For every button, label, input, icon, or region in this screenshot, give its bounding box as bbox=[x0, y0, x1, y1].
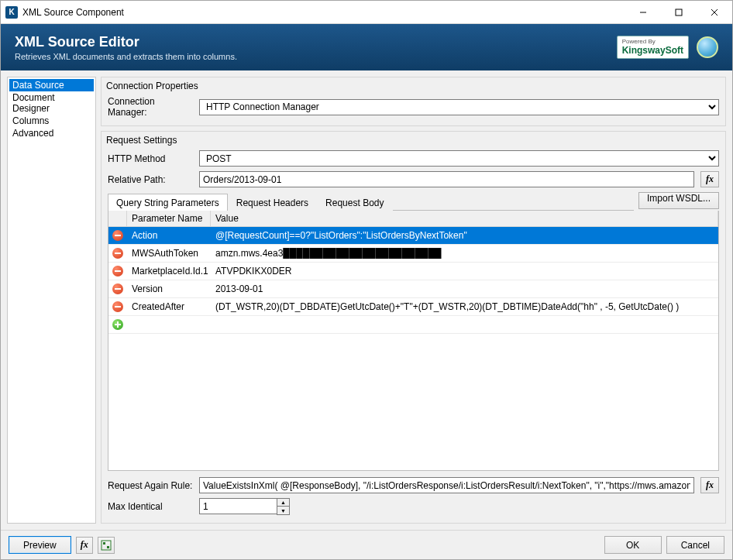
ok-button[interactable]: OK bbox=[604, 536, 662, 554]
maximize-button[interactable] bbox=[661, 1, 697, 23]
close-button[interactable] bbox=[697, 1, 732, 23]
sidebar-item-columns[interactable]: Columns bbox=[9, 115, 94, 127]
grid-header-value: Value bbox=[211, 211, 718, 226]
cancel-button[interactable]: Cancel bbox=[666, 536, 724, 554]
param-name[interactable]: MarketplaceId.Id.1 bbox=[127, 266, 211, 277]
request-again-rule-label: Request Again Rule: bbox=[108, 480, 193, 491]
tab-request-body[interactable]: Request Body bbox=[317, 194, 392, 211]
expression-tool-icon[interactable]: fx bbox=[76, 537, 93, 554]
delete-row-icon[interactable] bbox=[112, 230, 123, 241]
delete-row-icon[interactable] bbox=[112, 283, 123, 294]
delete-row-icon[interactable] bbox=[112, 248, 123, 259]
table-row[interactable]: MWSAuthToken amzn.mws.4ea3██████████████… bbox=[108, 245, 718, 263]
connection-properties-group: Connection Properties Connection Manager… bbox=[101, 77, 726, 126]
window-title: XML Source Component bbox=[22, 7, 625, 18]
minimize-button[interactable] bbox=[625, 1, 661, 23]
grid-header-icon bbox=[108, 211, 127, 226]
relative-path-fx-button[interactable]: fx bbox=[700, 171, 719, 187]
footer: Preview fx OK Cancel bbox=[1, 530, 732, 559]
param-value[interactable]: amzn.mws.4ea3████████████████████████ bbox=[211, 248, 718, 259]
sidebar: Data Source Document Designer Columns Ad… bbox=[7, 77, 96, 524]
tab-request-headers[interactable]: Request Headers bbox=[228, 194, 317, 211]
delete-row-icon[interactable] bbox=[112, 301, 123, 312]
preview-button[interactable]: Preview bbox=[9, 536, 71, 554]
mapping-tool-icon[interactable] bbox=[98, 537, 115, 554]
max-identical-spinner[interactable]: ▲ ▼ bbox=[199, 498, 290, 515]
param-name[interactable]: Action bbox=[127, 230, 211, 241]
app-icon: K bbox=[5, 6, 18, 19]
kingswaysoft-logo: Powered By KingswaySoft bbox=[617, 36, 689, 59]
param-value[interactable]: (DT_WSTR,20)(DT_DBDATE)GetUtcDate()+"T"+… bbox=[211, 301, 718, 312]
sidebar-item-advanced[interactable]: Advanced bbox=[9, 127, 94, 139]
param-value[interactable]: ATVPDKIKX0DER bbox=[211, 266, 718, 277]
request-again-fx-button[interactable]: fx bbox=[700, 477, 719, 493]
grid-body[interactable]: Action @[RequestCount]==0?"ListOrders":"… bbox=[108, 227, 718, 470]
request-again-rule-input[interactable] bbox=[199, 477, 694, 493]
spinner-up-icon[interactable]: ▲ bbox=[277, 499, 289, 507]
param-value[interactable]: 2013-09-01 bbox=[211, 283, 718, 294]
svg-rect-5 bbox=[103, 542, 105, 545]
table-row[interactable]: CreatedAfter (DT_WSTR,20)(DT_DBDATE)GetU… bbox=[108, 298, 718, 316]
spinner-down-icon[interactable]: ▼ bbox=[277, 507, 289, 514]
add-row-icon[interactable] bbox=[112, 319, 123, 330]
main: Connection Properties Connection Manager… bbox=[101, 77, 726, 524]
header: XML Source Editor Retrieves XML document… bbox=[1, 24, 732, 70]
table-row[interactable]: MarketplaceId.Id.1 ATVPDKIKX0DER bbox=[108, 263, 718, 280]
globe-icon bbox=[697, 36, 718, 58]
param-value[interactable]: @[RequestCount]==0?"ListOrders":"ListOrd… bbox=[211, 230, 718, 241]
max-identical-label: Max Identical bbox=[108, 501, 193, 512]
connection-manager-select[interactable]: HTTP Connection Manager bbox=[199, 99, 719, 115]
param-name[interactable]: CreatedAfter bbox=[127, 301, 211, 312]
request-tabs: Query String Parameters Request Headers … bbox=[108, 194, 634, 211]
delete-row-icon[interactable] bbox=[112, 266, 123, 277]
param-name[interactable]: Version bbox=[127, 283, 211, 294]
request-settings-group: Request Settings HTTP Method POST Relati… bbox=[101, 131, 726, 524]
svg-rect-4 bbox=[102, 541, 111, 550]
svg-rect-1 bbox=[676, 9, 682, 15]
relative-path-input[interactable] bbox=[199, 171, 694, 187]
sidebar-item-data-source[interactable]: Data Source bbox=[9, 79, 94, 91]
max-identical-input[interactable] bbox=[199, 498, 277, 514]
http-method-select[interactable]: POST bbox=[199, 150, 719, 167]
page-subtitle: Retrieves XML documents and extracts the… bbox=[15, 52, 617, 61]
parameters-grid: Parameter Name Value Action @[RequestCou… bbox=[108, 211, 719, 471]
grid-header-name: Parameter Name bbox=[127, 211, 211, 226]
table-row[interactable]: Version 2013-09-01 bbox=[108, 280, 718, 298]
import-wsdl-button[interactable]: Import WSDL... bbox=[638, 192, 719, 209]
table-row[interactable]: Action @[RequestCount]==0?"ListOrders":"… bbox=[108, 227, 718, 245]
page-title: XML Source Editor bbox=[15, 34, 617, 50]
window: K XML Source Component XML Source Editor… bbox=[0, 0, 733, 560]
param-name[interactable]: MWSAuthToken bbox=[127, 248, 211, 259]
table-row-new[interactable] bbox=[108, 316, 718, 334]
svg-rect-6 bbox=[107, 546, 109, 548]
request-settings-title: Request Settings bbox=[106, 135, 719, 146]
tab-query-string-parameters[interactable]: Query String Parameters bbox=[108, 194, 228, 211]
connection-manager-label: Connection Manager: bbox=[108, 96, 193, 118]
grid-header: Parameter Name Value bbox=[108, 211, 718, 227]
connection-properties-title: Connection Properties bbox=[106, 81, 719, 91]
body: Data Source Document Designer Columns Ad… bbox=[1, 70, 732, 530]
http-method-label: HTTP Method bbox=[108, 153, 193, 164]
titlebar: K XML Source Component bbox=[1, 1, 732, 24]
sidebar-item-document-designer[interactable]: Document Designer bbox=[9, 91, 94, 115]
relative-path-label: Relative Path: bbox=[108, 174, 193, 185]
